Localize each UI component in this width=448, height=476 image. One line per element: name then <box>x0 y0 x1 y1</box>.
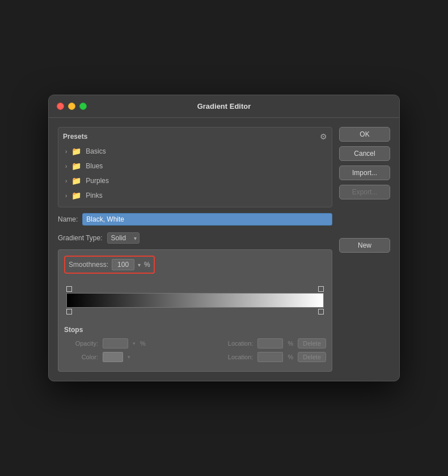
right-panel: OK Cancel Import... Export... New <box>339 127 390 372</box>
opacity-row: Opacity: ▾ % Location: % Delete <box>64 338 326 348</box>
title-bar: Gradient Editor <box>49 95 399 118</box>
preset-item-purples[interactable]: › 📁 Purples <box>63 174 327 188</box>
preset-label-purples: Purples <box>86 177 109 185</box>
smoothness-row: Smoothness: ▾ % <box>64 256 155 274</box>
top-stops-row <box>66 286 324 292</box>
bottom-stops-row <box>66 309 324 314</box>
minimize-button[interactable] <box>68 103 75 110</box>
gradient-type-label: Gradient Type: <box>58 234 103 242</box>
stops-section: Stops Opacity: ▾ % Location: % Delete <box>64 326 326 362</box>
smoothness-input[interactable] <box>112 259 134 270</box>
preset-label-pinks: Pinks <box>86 192 102 199</box>
presets-header: Presets ⚙ <box>63 132 327 141</box>
smoothness-arrow-icon[interactable]: ▾ <box>138 262 141 268</box>
preset-item-pinks[interactable]: › 📁 Pinks <box>63 189 327 202</box>
folder-icon: 📁 <box>71 147 81 156</box>
gradient-type-row: Gradient Type: Solid Noise <box>58 232 332 244</box>
bottom-stop-right[interactable] <box>318 309 324 314</box>
chevron-right-icon: › <box>65 148 67 155</box>
color-delete-button[interactable]: Delete <box>298 352 326 362</box>
color-label: Color: <box>64 354 98 360</box>
folder-icon: 📁 <box>71 191 81 200</box>
preset-label-basics: Basics <box>86 147 105 155</box>
export-button[interactable]: Export... <box>339 185 390 199</box>
presets-section: Presets ⚙ › 📁 Basics › 📁 Blues <box>58 127 332 207</box>
top-stop-left[interactable] <box>66 286 72 292</box>
maximize-button[interactable] <box>79 103 87 110</box>
smoothness-percent: % <box>144 261 150 269</box>
dialog-body: Presets ⚙ › 📁 Basics › 📁 Blues <box>49 118 399 381</box>
stops-title: Stops <box>64 326 326 334</box>
opacity-arrow-icon[interactable]: ▾ <box>133 341 136 346</box>
cancel-button[interactable]: Cancel <box>339 146 390 161</box>
opacity-location-label: Location: <box>228 340 253 347</box>
gradient-editor-area: Smoothness: ▾ % <box>58 249 332 372</box>
presets-label: Presets <box>63 133 87 141</box>
close-button[interactable] <box>57 103 64 110</box>
color-arrow-icon[interactable]: ▾ <box>128 354 130 360</box>
gradient-type-select-wrapper: Solid Noise <box>107 232 140 244</box>
opacity-percent: % <box>140 340 146 347</box>
top-stop-right[interactable] <box>318 286 324 292</box>
gradient-bar[interactable] <box>66 293 324 308</box>
name-label: Name: <box>58 215 78 223</box>
ok-button[interactable]: OK <box>339 127 390 142</box>
new-button[interactable]: New <box>339 238 390 253</box>
name-row: Name: <box>58 213 332 226</box>
opacity-location-input[interactable] <box>257 338 283 348</box>
color-location-input[interactable] <box>257 352 283 362</box>
preset-item-blues[interactable]: › 📁 Blues <box>63 159 327 173</box>
color-swatch[interactable] <box>103 352 123 362</box>
preset-label-blues: Blues <box>86 162 103 170</box>
chevron-right-icon: › <box>65 163 67 169</box>
opacity-delete-button[interactable]: Delete <box>298 338 326 348</box>
preset-item-basics[interactable]: › 📁 Basics <box>63 144 327 158</box>
color-row: Color: ▾ Location: % Delete <box>64 352 326 362</box>
color-location-label: Location: <box>228 354 253 360</box>
chevron-right-icon: › <box>65 178 67 184</box>
import-button[interactable]: Import... <box>339 165 390 180</box>
opacity-location-percent: % <box>288 340 293 347</box>
color-location-percent: % <box>288 354 293 360</box>
left-panel: Presets ⚙ › 📁 Basics › 📁 Blues <box>58 127 332 372</box>
presets-list: › 📁 Basics › 📁 Blues › 📁 Purples <box>63 144 327 202</box>
traffic-lights <box>57 103 87 110</box>
smoothness-label: Smoothness: <box>69 261 108 269</box>
opacity-label: Opacity: <box>64 340 98 347</box>
name-input[interactable] <box>82 213 332 226</box>
bottom-stop-left[interactable] <box>66 309 72 314</box>
chevron-right-icon: › <box>65 193 67 199</box>
window-title: Gradient Editor <box>197 102 251 110</box>
folder-icon: 📁 <box>71 176 81 185</box>
gradient-type-select[interactable]: Solid Noise <box>107 232 140 244</box>
opacity-input[interactable] <box>103 338 128 348</box>
gradient-editor-dialog: Gradient Editor Presets ⚙ › 📁 Basics <box>48 95 400 381</box>
gear-icon[interactable]: ⚙ <box>320 132 327 141</box>
gradient-preview-container <box>64 279 326 322</box>
folder-icon: 📁 <box>71 162 81 171</box>
